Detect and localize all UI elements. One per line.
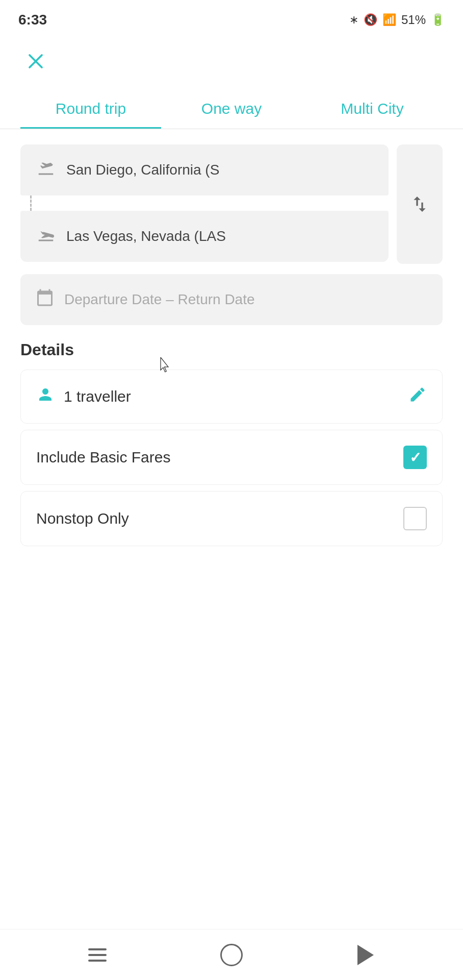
date-field[interactable]: Departure Date – Return Date — [20, 274, 443, 325]
tab-one-way[interactable]: One way — [161, 92, 302, 129]
nav-back-button[interactable] — [345, 940, 386, 970]
swap-button[interactable] — [397, 144, 443, 264]
details-title: Details — [20, 340, 443, 359]
volume-icon: 🔇 — [364, 13, 377, 27]
details-section: Details 1 traveller Include Basic Fares — [20, 340, 443, 546]
header — [0, 36, 463, 77]
destination-text: Las Vegas, Nevada (LAS — [66, 228, 226, 244]
origin-field[interactable]: San Diego, California (S — [20, 144, 389, 195]
trip-type-tabs: Round trip One way Multi City — [0, 77, 463, 129]
nav-menu-button[interactable] — [77, 940, 118, 970]
traveller-count: 1 traveller — [64, 388, 131, 405]
arrival-icon — [36, 225, 56, 248]
calendar-icon — [36, 288, 54, 311]
traveller-row[interactable]: 1 traveller — [20, 370, 443, 424]
status-bar: 6:33 ∗ 🔇 📶 51% 🔋 — [0, 0, 463, 36]
basic-fares-row[interactable]: Include Basic Fares ✓ — [20, 430, 443, 485]
battery-icon: 🔋 — [431, 13, 445, 27]
battery-level: 51% — [401, 13, 426, 27]
main-content: San Diego, California (S Las Vegas, Neva… — [0, 129, 463, 568]
wifi-icon: 📶 — [382, 13, 396, 27]
home-circle-icon — [220, 944, 243, 966]
back-arrow-icon — [357, 945, 374, 965]
tab-multi-city[interactable]: Multi City — [302, 92, 443, 129]
location-section: San Diego, California (S Las Vegas, Neva… — [20, 144, 443, 264]
nonstop-only-row[interactable]: Nonstop Only — [20, 491, 443, 546]
bluetooth-icon: ∗ — [349, 13, 358, 27]
edit-icon[interactable] — [408, 385, 427, 408]
destination-field[interactable]: Las Vegas, Nevada (LAS — [20, 211, 389, 262]
bottom-nav — [0, 929, 463, 980]
status-time: 6:33 — [18, 12, 47, 28]
route-line — [30, 195, 32, 211]
basic-fares-label: Include Basic Fares — [36, 449, 170, 466]
nav-home-button[interactable] — [211, 940, 252, 970]
origin-text: San Diego, California (S — [66, 162, 219, 178]
close-button[interactable] — [20, 46, 51, 77]
status-icons: ∗ 🔇 📶 51% 🔋 — [349, 13, 445, 27]
traveller-left: 1 traveller — [36, 385, 131, 408]
person-icon — [36, 385, 55, 408]
nonstop-only-label: Nonstop Only — [36, 510, 129, 527]
tab-round-trip[interactable]: Round trip — [20, 92, 161, 129]
menu-lines-icon — [88, 948, 107, 962]
date-placeholder: Departure Date – Return Date — [64, 291, 255, 308]
basic-fares-checkbox[interactable]: ✓ — [403, 446, 427, 469]
nonstop-only-checkbox[interactable] — [403, 507, 427, 530]
checkmark-icon: ✓ — [409, 449, 421, 466]
location-fields: San Diego, California (S Las Vegas, Neva… — [20, 144, 389, 264]
departure-icon — [36, 159, 56, 181]
